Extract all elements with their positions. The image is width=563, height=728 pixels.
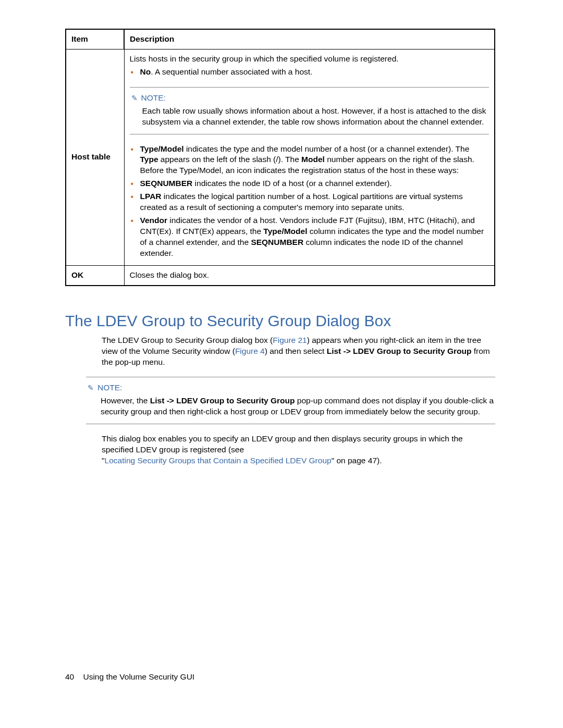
table-row: Host table Lists hosts in the security g… xyxy=(66,49,495,265)
li-lpar: LPAR indicates the logical partition num… xyxy=(130,191,489,213)
note-below-heading: ✎NOTE: However, the List -> LDEV Group t… xyxy=(86,377,495,424)
note-text: However, the List -> LDEV Group to Secur… xyxy=(101,396,495,417)
host-intro: Lists hosts in the security group in whi… xyxy=(130,54,489,65)
note-label: NOTE: xyxy=(141,93,166,102)
section-p2-link: "Locating Security Groups that Contain a… xyxy=(102,455,495,466)
table-row: OK Closes the dialog box. xyxy=(66,265,495,285)
th-desc: Description xyxy=(124,29,495,49)
cell-host-desc: Lists hosts in the security group in whi… xyxy=(124,49,495,265)
section-p2: This dialog box enables you to specify a… xyxy=(102,434,495,455)
note-text: Each table row usually shows information… xyxy=(142,106,489,128)
li-no: No. A sequential number associated with … xyxy=(130,67,489,78)
note-icon: ✎ xyxy=(130,93,139,103)
item-description-table: Item Description Host table Lists hosts … xyxy=(65,29,495,286)
section-heading: The LDEV Group to Security Group Dialog … xyxy=(65,312,495,330)
section-p1: The LDEV Group to Security Group dialog … xyxy=(102,335,495,368)
cell-host-item: Host table xyxy=(66,49,124,265)
note-label: NOTE: xyxy=(97,383,122,392)
li-type-model: Type/Model indicates the type and the mo… xyxy=(130,144,489,177)
li-seqnumber: SEQNUMBER indicates the node ID of a hos… xyxy=(130,178,489,189)
note-icon: ✎ xyxy=(86,383,95,393)
note-in-table: ✎NOTE: Each table row usually shows info… xyxy=(130,87,489,134)
cell-ok-item: OK xyxy=(66,265,124,285)
cell-ok-desc: Closes the dialog box. xyxy=(124,265,495,285)
li-vendor: Vendor indicates the vendor of a host. V… xyxy=(130,215,489,259)
th-item: Item xyxy=(66,29,124,49)
